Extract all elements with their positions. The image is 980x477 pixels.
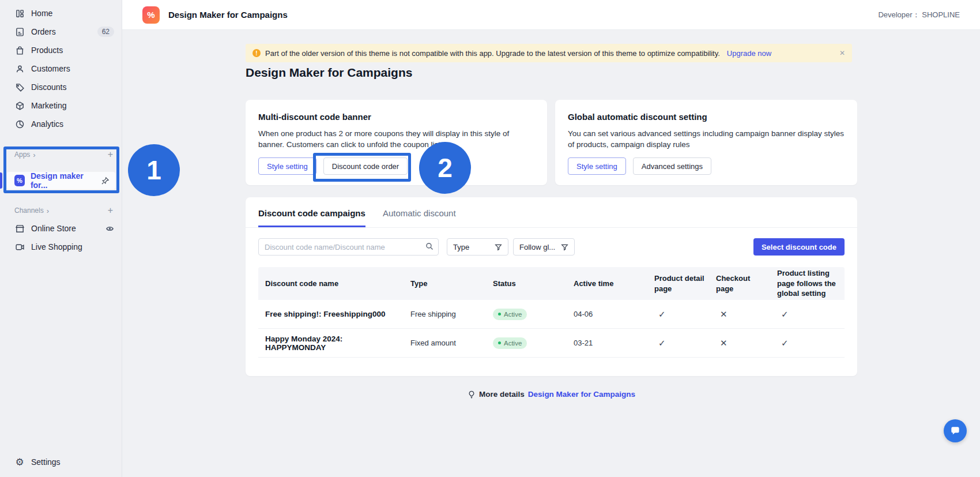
products-icon [14, 45, 25, 55]
advanced-settings-button[interactable]: Advanced settings [633, 157, 711, 175]
status-dot-icon [498, 313, 501, 316]
percent-app-icon: % [14, 175, 25, 186]
pin-icon[interactable] [101, 176, 110, 185]
discounts-icon [14, 82, 25, 92]
sidebar-item-products[interactable]: Products [0, 41, 122, 59]
apps-section-label: Apps [14, 151, 30, 159]
tab-automatic-discount[interactable]: Automatic discount [383, 208, 456, 227]
app-title: Design Maker for Campaigns [168, 10, 288, 20]
select-discount-code-button[interactable]: Select discount code [753, 238, 845, 256]
row-name: Happy Monday 2024: HAPPYMONDAY [258, 335, 404, 352]
sidebar-item-orders[interactable]: Orders 62 [0, 22, 122, 41]
sidebar-item-label: Settings [31, 457, 61, 467]
search-box [258, 238, 439, 256]
sidebar-item-label: Home [31, 9, 52, 18]
filter-label: Follow gl... [519, 243, 555, 251]
discount-code-order-button[interactable]: Discount code order [323, 157, 408, 175]
sidebar-item-label: Marketing [31, 101, 66, 110]
cross-icon: ✕ [709, 338, 770, 348]
chevron-right-icon: › [47, 206, 49, 215]
multi-discount-banner-card: Multi-discount code banner When one prod… [246, 100, 547, 185]
sidebar-item-customers[interactable]: Customers [0, 59, 122, 78]
status-dot-icon [498, 341, 501, 344]
design-maker-link[interactable]: Design Maker for Campaigns [528, 390, 635, 399]
filter-label: Type [453, 243, 469, 251]
chat-widget-button[interactable] [944, 419, 967, 442]
more-details-text: More details [479, 390, 525, 399]
page-title: Design Maker for Campaigns [246, 66, 412, 80]
type-filter-dropdown[interactable]: Type [447, 238, 508, 256]
campaigns-card: Discount code campaigns Automatic discou… [246, 197, 857, 376]
warning-text: Part of the older version of this theme … [265, 49, 720, 58]
upgrade-now-link[interactable]: Upgrade now [727, 49, 771, 58]
row-active-time: 03-21 [567, 339, 647, 347]
developer-label: Developer： SHOPLINE [878, 10, 960, 20]
sidebar-item-analytics[interactable]: Analytics [0, 115, 122, 133]
funnel-icon [495, 243, 502, 251]
main-content: ! Part of the older version of this them… [122, 30, 980, 477]
search-input[interactable] [258, 238, 439, 256]
sidebar-item-online-store[interactable]: Online Store [0, 219, 122, 238]
eye-icon[interactable] [105, 224, 114, 233]
tab-discount-code-campaigns[interactable]: Discount code campaigns [258, 208, 365, 227]
status-label: Active [504, 340, 522, 347]
sidebar-item-settings[interactable]: ⚙ Settings [0, 453, 122, 471]
sidebar-item-label: Analytics [31, 119, 63, 129]
sidebar-item-discounts[interactable]: Discounts [0, 78, 122, 96]
style-setting-button[interactable]: Style setting [258, 157, 316, 175]
search-icon [425, 242, 434, 250]
sidebar: Home Orders 62 Products Customers Discou… [0, 0, 122, 477]
cross-icon: ✕ [709, 309, 770, 320]
row-status: Active [486, 337, 567, 349]
campaigns-tabs: Discount code campaigns Automatic discou… [246, 197, 857, 228]
video-icon [14, 242, 25, 252]
sidebar-item-label: Live Shopping [31, 242, 82, 251]
col-status: Status [486, 279, 567, 288]
more-details-footer: More details Design Maker for Campaigns [246, 390, 857, 399]
style-setting-button[interactable]: Style setting [568, 157, 626, 175]
lightbulb-icon [468, 390, 476, 399]
home-icon [14, 8, 25, 18]
col-type: Type [404, 279, 486, 288]
card-description: You can set various advanced settings in… [568, 128, 845, 150]
col-active-time: Active time [567, 279, 647, 288]
row-type: Free shipping [404, 310, 486, 318]
sidebar-item-label: Online Store [31, 224, 76, 233]
warning-icon: ! [252, 49, 261, 57]
sidebar-section-apps[interactable]: Apps › + [0, 148, 122, 161]
add-channel-icon[interactable]: + [108, 205, 113, 216]
sidebar-item-label: Discounts [31, 82, 66, 92]
close-icon[interactable]: ✕ [839, 49, 845, 57]
sidebar-item-label: Customers [31, 64, 70, 73]
chat-icon [949, 425, 961, 437]
follow-global-filter-dropdown[interactable]: Follow gl... [513, 238, 575, 256]
sidebar-item-label: Design maker for... [31, 171, 95, 190]
sidebar-section-channels[interactable]: Channels › + [0, 204, 122, 217]
sidebar-item-design-maker[interactable]: % Design maker for... [7, 172, 115, 189]
table-row[interactable]: Happy Monday 2024: HAPPYMONDAY Fixed amo… [258, 329, 845, 358]
row-status: Active [486, 309, 567, 320]
gear-icon: ⚙ [14, 457, 25, 467]
card-title: Global automatic discount setting [568, 112, 845, 122]
sidebar-item-marketing[interactable]: Marketing [0, 96, 122, 115]
check-icon: ✓ [647, 309, 709, 320]
analytics-icon [14, 119, 25, 129]
col-product-detail-page: Product detail page [647, 273, 709, 294]
sidebar-item-home[interactable]: Home [0, 4, 122, 22]
store-icon [14, 223, 25, 234]
row-active-time: 04-06 [567, 310, 647, 318]
orders-count-badge: 62 [97, 27, 114, 37]
top-header: % Design Maker for Campaigns Developer： … [122, 0, 980, 30]
sidebar-item-live-shopping[interactable]: Live Shopping [0, 238, 122, 256]
check-icon: ✓ [770, 338, 845, 348]
check-icon: ✓ [770, 309, 845, 320]
orders-icon [14, 27, 25, 37]
marketing-icon [14, 100, 25, 111]
row-type: Fixed amount [404, 339, 486, 347]
status-label: Active [504, 311, 522, 318]
card-title: Multi-discount code banner [258, 112, 534, 122]
check-icon: ✓ [647, 338, 709, 348]
table-row[interactable]: Free shipping!: Freeshipping000 Free shi… [258, 300, 845, 329]
add-app-icon[interactable]: + [108, 149, 113, 160]
funnel-icon [561, 243, 568, 251]
